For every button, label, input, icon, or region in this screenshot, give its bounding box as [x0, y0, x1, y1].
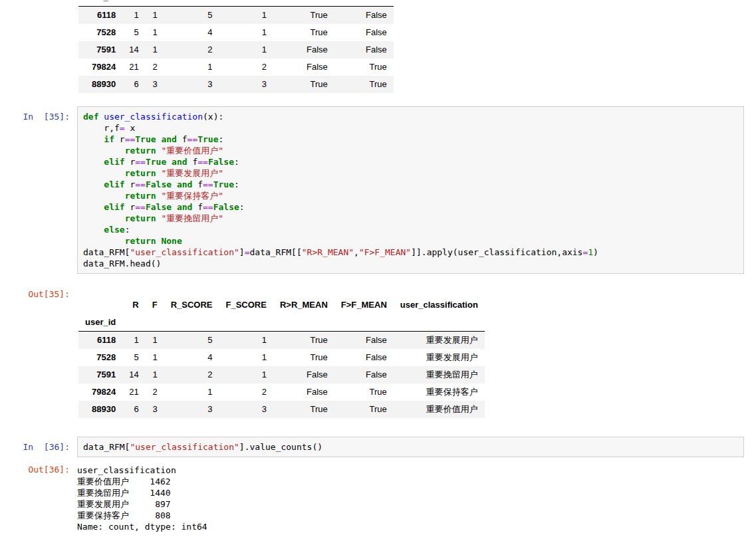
table-cell: 3	[219, 76, 273, 93]
table-cell: 2	[146, 58, 164, 76]
code-token: data_RFM[	[83, 442, 130, 452]
table-cell: 5	[122, 349, 145, 366]
code-token: :	[125, 225, 130, 235]
code-token: ].value_counts()	[239, 442, 322, 452]
code-token-nf: user_classification	[104, 112, 203, 122]
code-token: ,	[354, 247, 359, 257]
table-row: 759114121FalseFalse重要挽留用户	[78, 366, 485, 383]
code-token: f	[188, 157, 198, 167]
code-token	[83, 179, 104, 189]
code-line: r,f= x	[83, 122, 738, 134]
row-index: 88930	[78, 76, 122, 93]
code-line: elif r==True and f==False:	[83, 156, 738, 167]
table-cell: 1	[146, 24, 164, 41]
empty-header-cell	[334, 0, 394, 7]
table-cell: 14	[122, 366, 145, 383]
table-cell: 3	[146, 76, 164, 93]
column-header: R	[122, 296, 145, 314]
table-cell: 1	[164, 58, 219, 76]
code-editor-35[interactable]: def user_classification(x): r,f= x if r=…	[77, 106, 744, 274]
code-token	[166, 157, 172, 167]
out-prompt-36: Out[36]:	[0, 464, 77, 475]
empty-header-cell	[146, 314, 164, 332]
table-cell: True	[273, 24, 334, 41]
table-cell: 1	[146, 7, 164, 25]
code-content-35: def user_classification(x): r,f= x if r=…	[77, 106, 756, 274]
code-token	[83, 157, 104, 167]
header-row: RFR_SCOREF_SCORER>R_MEANF>F_MEANuser_cla…	[78, 296, 485, 314]
code-token-s: "user_classification"	[130, 442, 239, 452]
code-token-o: ==	[203, 179, 213, 189]
table-cell: False	[334, 24, 394, 41]
table-cell: 5	[122, 24, 145, 41]
table-cell: 1	[164, 383, 219, 401]
code-editor-36[interactable]: data_RFM["user_classification"].value_co…	[77, 437, 744, 457]
table-cell: True	[273, 76, 334, 93]
table-cell: 1	[219, 349, 273, 366]
output-cell-36: Out[36]: user_classification重要价值用户 1462重…	[0, 464, 756, 532]
code-line: return None	[83, 235, 738, 247]
code-cell-35[interactable]: In [35]: def user_classification(x): r,f…	[0, 106, 756, 274]
code-token	[83, 146, 125, 156]
code-token-k: True	[197, 134, 218, 144]
table-cell: 2	[219, 383, 273, 401]
empty-header-cell	[164, 314, 219, 332]
code-token-k: None	[161, 236, 182, 246]
code-token-k: False	[213, 202, 239, 212]
code-token	[83, 213, 125, 223]
output-text-line: 重要挽留用户 1440	[77, 487, 756, 498]
code-token: data_RFM[[	[249, 247, 301, 257]
table-cell: 3	[219, 401, 273, 418]
row-index: 7591	[78, 41, 122, 58]
row-index: 6118	[78, 7, 122, 25]
table-cell: True	[273, 401, 334, 418]
code-token-k: and	[177, 202, 192, 212]
table-cell: 6	[122, 401, 145, 418]
index-name-row: user_id	[78, 0, 394, 7]
table-cell: 4	[164, 349, 219, 366]
code-token-o: ==	[125, 134, 136, 144]
table-cell: 2	[164, 41, 219, 58]
output-content-36: user_classification重要价值用户 1462重要挽留用户 144…	[77, 464, 756, 532]
index-name: user_id	[78, 314, 122, 332]
code-line: elif r==False and f==True:	[83, 179, 738, 190]
table-cell: False	[273, 383, 334, 401]
code-token-m: 1	[588, 247, 593, 257]
in-prompt-36: In [36]:	[0, 437, 77, 453]
code-line: return "重要价值用户"	[83, 145, 738, 156]
code-token	[83, 134, 104, 144]
jupyter-notebook: RFR_SCOREF_SCORER>R_MEANF>F_MEANuser_id6…	[0, 0, 756, 532]
dataframe-clip-container: RFR_SCOREF_SCORER>R_MEANF>F_MEANuser_id6…	[77, 0, 756, 93]
output-content-35: RFR_SCOREF_SCORER>R_MEANF>F_MEANuser_cla…	[77, 288, 756, 418]
code-line: else:	[83, 224, 738, 235]
code-line: return "重要发展用户"	[83, 167, 738, 179]
in-prompt-35: In [35]:	[0, 106, 77, 122]
code-token: r	[125, 157, 136, 167]
table-cell: True	[273, 7, 334, 25]
code-token	[83, 225, 104, 235]
code-token-k: False	[146, 202, 172, 212]
table-cell: 21	[122, 383, 145, 401]
empty-header-cell	[394, 314, 485, 332]
code-line: data_RFM["user_classification"].value_co…	[83, 441, 738, 453]
code-token-o: ==	[135, 202, 146, 212]
code-token: r	[125, 179, 136, 189]
empty-header-cell	[273, 314, 334, 332]
code-token-o: ==	[197, 157, 208, 167]
code-token-s: "F>F_MEAN"	[359, 247, 411, 257]
code-token	[83, 202, 104, 212]
output-text-line: 重要保持客户 808	[77, 510, 756, 521]
table-row: 61181151TrueFalse	[78, 7, 394, 25]
output-text-line: 重要价值用户 1462	[77, 476, 756, 487]
table-cell: 5	[164, 332, 219, 350]
code-token-o: ==	[135, 179, 146, 189]
code-token-k: elif	[104, 202, 124, 212]
table-cell: 重要保持客户	[394, 383, 485, 401]
code-token-k: False	[208, 157, 234, 167]
code-cell-36[interactable]: In [36]: data_RFM["user_classification"]…	[0, 437, 756, 457]
column-header: user_classification	[394, 296, 485, 314]
code-token-o: =	[120, 123, 125, 133]
table-cell: 重要挽留用户	[394, 366, 485, 383]
code-token: (x):	[203, 112, 223, 122]
table-cell: 1	[219, 366, 273, 383]
